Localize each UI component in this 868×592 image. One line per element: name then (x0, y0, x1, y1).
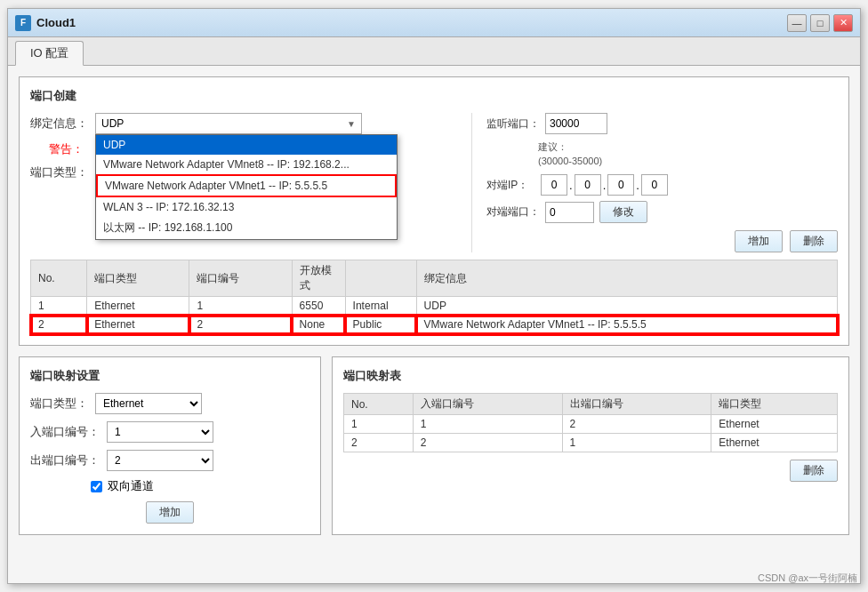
remote-ip-0[interactable] (541, 174, 567, 196)
mapping-add-button[interactable]: 增加 (146, 501, 194, 524)
remote-ip-1[interactable] (575, 174, 601, 196)
in-port-label: 入端口编号： (30, 424, 100, 440)
minimize-button[interactable]: — (787, 14, 807, 32)
modify-button[interactable]: 修改 (599, 201, 647, 223)
in-port-row: 入端口编号： 1 2 (30, 421, 309, 443)
title-bar: F Cloud1 — □ ✕ (8, 9, 860, 37)
bind-dropdown-list: UDP VMware Network Adapter VMnet8 -- IP:… (95, 134, 398, 240)
bidirectional-checkbox[interactable] (91, 481, 102, 492)
tab-io-config[interactable]: IO 配置 (15, 41, 84, 66)
map-col-type: 端口类型 (711, 394, 838, 415)
mapping-port-type-row: 端口类型： Ethernet Serial (30, 393, 309, 414)
port-mapping-settings-section: 端口映射设置 端口类型： Ethernet Serial 入端口编号： 1 2 (19, 356, 321, 535)
listen-port-label: 监听端口： (486, 116, 540, 132)
in-port-select[interactable]: 1 2 (107, 421, 213, 443)
window-title: Cloud1 (36, 16, 787, 29)
table-row[interactable]: 2 Ethernet 2 None Public VMware Network … (31, 316, 838, 334)
port-mapping-table-title: 端口映射表 (343, 368, 838, 384)
map-table-row[interactable]: 1 1 2 Ethernet (344, 415, 838, 434)
listen-port-row: 监听端口： (486, 113, 838, 134)
row1-bind-info: UDP (416, 297, 837, 316)
port-creation-title: 端口创建 (30, 88, 838, 104)
dropdown-option-1[interactable]: VMware Network Adapter VMnet8 -- IP: 192… (96, 155, 397, 174)
main-window: F Cloud1 — □ ✕ IO 配置 端口创建 绑定信息： (7, 8, 861, 584)
row2-no: 2 (31, 316, 87, 334)
listen-port-input[interactable] (545, 113, 607, 134)
map-row1-in: 1 (413, 415, 562, 434)
port-creation-section: 端口创建 绑定信息： UDP ▼ UD (19, 76, 849, 346)
remote-port-row: 对端端口： 修改 (486, 201, 838, 223)
map-row1-out: 2 (562, 415, 711, 434)
dropdown-option-4[interactable]: 以太网 -- IP: 192.168.1.100 (96, 217, 397, 239)
action-buttons: 增加 删除 (486, 230, 838, 252)
col-bind-mode (345, 260, 416, 297)
row2-open-mode: None (292, 316, 345, 334)
port-mapping-table-section: 端口映射表 No. 入端口编号 出端口编号 端口类型 1 1 (332, 356, 849, 535)
col-bind-info: 绑定信息 (416, 260, 837, 297)
col-port-num: 端口编号 (189, 260, 292, 297)
map-row1-type: Ethernet (711, 415, 838, 434)
bind-dropdown-value: UDP (101, 117, 124, 130)
window-controls: — □ ✕ (787, 14, 853, 32)
col-no: No. (31, 260, 87, 297)
mapping-delete-btn-container: 删除 (343, 460, 838, 482)
map-row2-out: 1 (562, 434, 711, 452)
col-open-mode: 开放模式 (292, 260, 345, 297)
add-port-button[interactable]: 增加 (735, 230, 783, 252)
mapping-add-btn-container: 增加 (30, 501, 309, 524)
dropdown-arrow: ▼ (347, 119, 356, 129)
row2-bind-mode: Public (345, 316, 416, 334)
out-port-row: 出端口编号： 1 2 (30, 450, 309, 471)
port-type-label: 端口类型： (30, 164, 88, 180)
port-table-container: No. 端口类型 端口编号 开放模式 绑定信息 1 Ethernet 1 (30, 260, 838, 334)
remote-ip-2[interactable] (607, 174, 634, 196)
app-icon: F (15, 15, 31, 31)
port-mapping-settings-title: 端口映射设置 (30, 368, 309, 384)
watermark: CSDN @ax一号街阿楠 (758, 572, 857, 585)
dropdown-option-0[interactable]: UDP (96, 135, 397, 155)
table-row[interactable]: 1 Ethernet 1 6550 Internal UDP (31, 297, 838, 316)
listen-port-hint: 建议： (30000-35000) (538, 140, 838, 167)
out-port-select[interactable]: 1 2 (107, 450, 213, 471)
row1-bind-mode: Internal (345, 297, 416, 316)
dropdown-option-2[interactable]: VMware Network Adapter VMnet1 -- IP: 5.5… (96, 174, 397, 197)
row2-bind-info: VMware Network Adapter VMnet1 -- IP: 5.5… (416, 316, 837, 334)
row1-port-num: 1 (189, 297, 292, 316)
row1-port-type: Ethernet (87, 297, 189, 316)
bidirectional-row: 双向通道 (91, 478, 309, 494)
remote-ip-3[interactable] (641, 174, 668, 196)
col-port-type: 端口类型 (87, 260, 189, 297)
row1-no: 1 (31, 297, 87, 316)
map-col-no: No. (344, 394, 414, 415)
mapping-delete-button[interactable]: 删除 (790, 460, 838, 482)
mapping-table: No. 入端口编号 出端口编号 端口类型 1 1 2 Ethernet (343, 393, 838, 452)
map-row2-type: Ethernet (711, 434, 838, 452)
tab-bar: IO 配置 (8, 37, 860, 66)
map-table-row[interactable]: 2 2 1 Ethernet (344, 434, 838, 452)
remote-ip-inputs: . . . (541, 174, 668, 196)
row1-open-mode: 6550 (292, 297, 345, 316)
mapping-port-type-select[interactable]: Ethernet Serial (95, 393, 202, 414)
row2-port-type: Ethernet (87, 316, 189, 334)
map-row2-in: 2 (413, 434, 562, 452)
close-button[interactable]: ✕ (833, 14, 853, 32)
remote-ip-label: 对端IP： (486, 178, 535, 193)
right-config: 监听端口： 建议： (30000-35000) 对端IP： . . (471, 113, 838, 252)
remote-ip-row: 对端IP： . . . (486, 174, 838, 196)
remote-port-input[interactable] (545, 202, 594, 223)
bind-label: 绑定信息： (30, 116, 88, 132)
warning-label: 警告： (30, 141, 84, 157)
bind-dropdown-display[interactable]: UDP ▼ (95, 113, 362, 134)
map-row1-no: 1 (344, 415, 414, 434)
bind-dropdown-container: UDP ▼ UDP VMware Network Adapter VMnet8 … (95, 113, 362, 134)
remote-port-label: 对端端口： (486, 204, 540, 220)
map-col-in: 入端口编号 (413, 394, 562, 415)
delete-port-button[interactable]: 删除 (790, 230, 838, 252)
bind-info-row: 绑定信息： UDP ▼ UDP VMware Network Adapter V… (30, 113, 457, 134)
out-port-label: 出端口编号： (30, 452, 100, 468)
content-area: 端口创建 绑定信息： UDP ▼ UD (8, 66, 860, 583)
bottom-sections: 端口映射设置 端口类型： Ethernet Serial 入端口编号： 1 2 (19, 356, 849, 535)
dropdown-option-3[interactable]: WLAN 3 -- IP: 172.16.32.13 (96, 197, 397, 217)
maximize-button[interactable]: □ (810, 14, 830, 32)
mapping-port-type-label: 端口类型： (30, 396, 88, 412)
